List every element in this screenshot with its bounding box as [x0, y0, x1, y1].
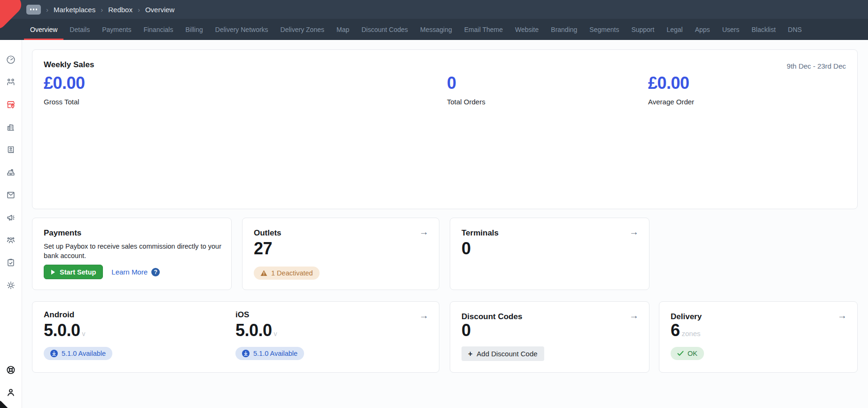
tab-email-theme[interactable]: Email Theme: [458, 19, 509, 40]
check-icon: [677, 351, 684, 356]
chevron-right-icon: ›: [46, 6, 48, 14]
delivery-ok-label: OK: [688, 350, 697, 357]
help-lifebuoy-icon[interactable]: [6, 365, 16, 375]
deactivated-badge-label: 1 Deactivated: [271, 269, 313, 277]
start-setup-label: Start Setup: [60, 268, 96, 276]
outlets-count: 27: [254, 239, 272, 259]
tab-messaging[interactable]: Messaging: [414, 19, 458, 40]
play-icon: [51, 269, 55, 275]
messages-mail-icon[interactable]: [6, 190, 16, 200]
delivery-title: Delivery: [671, 312, 702, 322]
ios-version-suffix: v: [274, 330, 277, 337]
ellipsis-dot: [33, 8, 35, 10]
delivery-count-number: 6: [671, 321, 680, 340]
arrow-right-icon[interactable]: →: [419, 227, 429, 237]
tab-legal[interactable]: Legal: [660, 19, 688, 40]
add-discount-code-button[interactable]: + Add Discount Code: [461, 346, 544, 361]
delivery-count-suffix: zones: [682, 330, 701, 337]
tab-website[interactable]: Website: [509, 19, 545, 40]
payments-card-title: Payments: [44, 228, 81, 238]
ios-version: 5.0.0v: [235, 321, 277, 340]
ios-title: iOS: [235, 310, 249, 320]
learn-more-link[interactable]: Learn More: [111, 268, 148, 276]
tab-segments[interactable]: Segments: [583, 19, 625, 40]
date-range: 9th Dec - 23rd Dec: [787, 62, 846, 70]
sidebar-footer: [6, 365, 16, 408]
download-icon: [50, 350, 58, 357]
breadcrumb-item-marketplaces[interactable]: Marketplaces: [54, 6, 95, 14]
tab-branding[interactable]: Branding: [545, 19, 583, 40]
add-discount-code-label: Add Discount Code: [477, 350, 537, 358]
breadcrumb-item-redbox[interactable]: Redbox: [108, 6, 133, 14]
warning-icon: [260, 270, 267, 276]
tasks-clipboard-icon[interactable]: [6, 258, 16, 268]
tab-billing[interactable]: Billing: [179, 19, 209, 40]
android-update-label: 5.1.0 Available: [62, 350, 106, 357]
ellipsis-dot: [36, 8, 38, 10]
weekly-sales-title: Weekly Sales: [44, 60, 94, 70]
discount-codes-card[interactable]: Discount Codes → 0 + Add Discount Code: [450, 301, 649, 373]
tab-financials[interactable]: Financials: [137, 19, 179, 40]
arrow-right-icon[interactable]: →: [629, 310, 639, 321]
settings-gear-icon[interactable]: [6, 280, 16, 290]
delivery-card[interactable]: Delivery → 6zones OK: [659, 301, 858, 373]
ios-version-number: 5.0.0: [235, 321, 272, 340]
ios-update-label: 5.1.0 Available: [253, 350, 297, 357]
terminals-count: 0: [461, 239, 471, 259]
gross-total-value: £0.00: [44, 73, 85, 93]
help-question-icon[interactable]: ?: [151, 268, 160, 276]
average-order-label: Average Order: [648, 98, 694, 106]
chevron-right-icon: ›: [138, 6, 140, 14]
android-section: Android 5.0.0v 5.1.0 Available: [32, 302, 220, 372]
tab-map[interactable]: Map: [330, 19, 355, 40]
account-person-icon[interactable]: [6, 387, 16, 398]
breadcrumb-bar: › Marketplaces › Redbox › Overview: [0, 0, 868, 19]
terminals-card[interactable]: Terminals → 0: [450, 218, 649, 290]
tab-details[interactable]: Details: [63, 19, 96, 40]
tab-delivery-networks[interactable]: Delivery Networks: [209, 19, 274, 40]
tab-dns[interactable]: DNS: [782, 19, 808, 40]
sidebar: [0, 40, 22, 408]
start-setup-button[interactable]: Start Setup: [44, 265, 103, 279]
partners-icon[interactable]: [6, 77, 16, 87]
terminals-card-title: Terminals: [461, 228, 499, 238]
company-buildings-icon[interactable]: [6, 122, 16, 133]
average-order-value: £0.00: [648, 73, 694, 93]
average-order-stat: £0.00 Average Order: [648, 73, 694, 106]
breadcrumb-menu-button[interactable]: [26, 5, 41, 15]
discount-codes-title: Discount Codes: [461, 312, 522, 322]
weekly-sales-card: Weekly Sales 9th Dec - 23rd Dec £0.00 Gr…: [32, 49, 858, 209]
payments-actions: Start Setup Learn More ?: [44, 265, 160, 279]
payments-description: Set up Paybox to receive sales commissio…: [44, 242, 222, 260]
breadcrumb-item-overview[interactable]: Overview: [145, 6, 175, 14]
customers-group-icon[interactable]: [6, 235, 16, 245]
android-title: Android: [44, 310, 74, 320]
total-orders-stat: 0 Total Orders: [447, 73, 485, 106]
outlets-card[interactable]: Outlets → 27 1 Deactivated: [242, 218, 439, 290]
tab-discount-codes[interactable]: Discount Codes: [355, 19, 414, 40]
orders-receipt-icon[interactable]: [6, 145, 16, 155]
arrow-right-icon[interactable]: →: [629, 227, 639, 237]
apps-card[interactable]: → Android 5.0.0v 5.1.0 Available iOS 5.0…: [32, 301, 439, 373]
tab-blacklist[interactable]: Blacklist: [745, 19, 782, 40]
tab-overview[interactable]: Overview: [24, 19, 63, 40]
outlets-card-title: Outlets: [254, 228, 282, 238]
marketing-megaphone-icon[interactable]: [6, 212, 16, 223]
ios-update-badge[interactable]: 5.1.0 Available: [235, 347, 304, 360]
tab-support[interactable]: Support: [625, 19, 660, 40]
gross-total-label: Gross Total: [44, 98, 85, 106]
tab-payments[interactable]: Payments: [96, 19, 137, 40]
marketplaces-icon[interactable]: [6, 100, 16, 110]
tab-apps[interactable]: Apps: [689, 19, 716, 40]
arrow-right-icon[interactable]: →: [419, 310, 429, 321]
android-version-suffix: v: [82, 330, 86, 337]
tab-users[interactable]: Users: [716, 19, 746, 40]
dashboard-icon[interactable]: [6, 55, 16, 65]
tab-delivery-zones[interactable]: Delivery Zones: [274, 19, 330, 40]
terminal-register-icon[interactable]: [6, 167, 16, 178]
gross-total-stat: £0.00 Gross Total: [44, 73, 85, 106]
android-update-badge[interactable]: 5.1.0 Available: [44, 347, 112, 360]
arrow-right-icon[interactable]: →: [837, 310, 847, 321]
ios-section: iOS 5.0.0v 5.1.0 Available: [224, 302, 412, 372]
deactivated-badge[interactable]: 1 Deactivated: [254, 267, 320, 280]
